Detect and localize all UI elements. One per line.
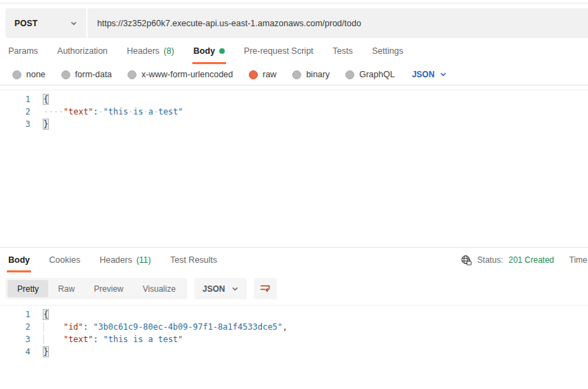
- request-tabs: ParamsAuthorizationHeaders(8)BodyPre-req…: [0, 38, 588, 64]
- body-type-x-www-form-urlencoded[interactable]: x-www-form-urlencoded: [128, 70, 233, 79]
- response-view-switcher: PrettyRawPreviewVisualize: [6, 278, 187, 299]
- token-brace: }: [43, 119, 48, 129]
- network-globe-lock-icon: [460, 255, 472, 266]
- token-brace: }: [43, 347, 48, 357]
- view-visualize[interactable]: Visualize: [133, 280, 185, 297]
- tab-label: Test Results: [170, 255, 217, 265]
- url-input[interactable]: https://3z352p60k7.execute-api.us-east-1…: [88, 8, 588, 38]
- token-punc: :: [83, 322, 93, 332]
- status-value: 201 Created: [509, 255, 554, 265]
- response-language-select[interactable]: JSON: [194, 278, 247, 299]
- tab-settings[interactable]: Settings: [371, 38, 405, 64]
- code-line: 1{: [0, 308, 588, 321]
- token-ws: ····: [43, 107, 63, 117]
- status-label: Status:: [477, 255, 503, 265]
- response-header: BodyCookiesHeaders(11)Test Results Statu…: [0, 248, 588, 272]
- token-key: "id": [63, 322, 83, 332]
- line-number: 1: [0, 308, 30, 321]
- radio-label: binary: [306, 70, 330, 79]
- method-url-bar: POST https://3z352p60k7.execute-api.us-e…: [6, 8, 588, 38]
- code-line: 2····"text":·"this·is·a·test": [0, 106, 588, 118]
- tab-authorization[interactable]: Authorization: [56, 38, 109, 64]
- token-ws: ·: [99, 107, 103, 117]
- wrap-lines-button[interactable]: [254, 278, 277, 299]
- tab-label: Params: [8, 46, 38, 56]
- token-brace: {: [43, 310, 48, 319]
- token-ws: [43, 322, 63, 332]
- line-number: 4: [0, 346, 30, 358]
- line-number: 2: [0, 321, 30, 333]
- radio-icon: [249, 70, 258, 79]
- body-type-raw[interactable]: raw: [249, 70, 276, 79]
- radio-label: x-www-form-urlencoded: [141, 70, 233, 79]
- token-key: "text": [63, 107, 93, 117]
- view-pretty[interactable]: Pretty: [8, 280, 48, 297]
- tab-pre-request-script[interactable]: Pre-request Script: [243, 38, 315, 64]
- method-label: POST: [14, 19, 37, 28]
- token-str: "this is a test": [103, 335, 183, 344]
- radio-label: raw: [263, 70, 276, 79]
- method-select[interactable]: POST: [6, 8, 86, 38]
- tab-body[interactable]: Body: [192, 38, 226, 64]
- line-number: 2: [0, 106, 30, 118]
- token-str: "3b0c61c9-80ec-4b09-97f1-8a1f4533dce5": [93, 322, 283, 332]
- url-value: https://3z352p60k7.execute-api.us-east-1…: [97, 19, 361, 28]
- response-tab-headers[interactable]: Headers(11): [98, 248, 152, 272]
- line-number: 1: [0, 93, 30, 106]
- token-str: "this·is·a·test": [103, 107, 183, 117]
- radio-label: GraphQL: [359, 70, 394, 79]
- response-body-editor: 1{2 "id": "3b0c61c9-80ec-4b09-97f1-8a1f4…: [0, 305, 588, 358]
- token-ws: [43, 335, 63, 344]
- response-tabs: BodyCookiesHeaders(11)Test Results: [7, 248, 235, 272]
- tab-label: Authorization: [57, 46, 108, 56]
- response-toolbar: PrettyRawPreviewVisualize JSON: [6, 278, 588, 299]
- radio-icon: [12, 70, 21, 79]
- radio-icon: [292, 70, 301, 79]
- body-type-row: noneform-datax-www-form-urlencodedrawbin…: [0, 64, 588, 85]
- green-dot-icon: [219, 48, 225, 54]
- body-type-none[interactable]: none: [12, 70, 45, 79]
- tab-label: Body: [8, 255, 30, 265]
- tab-label: Tests: [333, 46, 353, 56]
- radio-icon: [128, 70, 136, 79]
- tab-count: (11): [136, 255, 151, 265]
- token-key: "text": [63, 335, 93, 344]
- code-line: 1{: [0, 93, 588, 106]
- body-type-graphql[interactable]: GraphQL: [345, 70, 394, 79]
- code-line: 4}: [0, 346, 588, 358]
- radio-icon: [345, 70, 354, 79]
- response-tab-body[interactable]: Body: [7, 248, 31, 272]
- response-tab-cookies[interactable]: Cookies: [48, 248, 81, 272]
- token-brace: {: [43, 94, 48, 104]
- response-language-label: JSON: [203, 284, 225, 294]
- chevron-down-icon: [70, 20, 77, 27]
- tab-headers[interactable]: Headers(8): [125, 38, 176, 64]
- tab-label: Body: [194, 46, 215, 56]
- code-line: 3 "text": "this is a test": [0, 333, 588, 346]
- raw-language-label: JSON: [412, 70, 435, 79]
- request-body-editor[interactable]: 1{2····"text":·"this·is·a·test"3}: [0, 90, 588, 247]
- raw-language-select[interactable]: JSON: [412, 70, 447, 79]
- chevron-down-icon: [232, 286, 239, 292]
- body-type-form-data[interactable]: form-data: [61, 70, 112, 79]
- body-type-binary[interactable]: binary: [292, 70, 330, 79]
- tab-label: Cookies: [49, 255, 80, 265]
- code-line: 3}: [0, 118, 588, 130]
- view-raw[interactable]: Raw: [48, 280, 84, 297]
- line-number: 3: [0, 118, 30, 130]
- response-meta: Status: 201 Created Time: [460, 248, 588, 272]
- tab-label: Settings: [372, 46, 403, 56]
- top-divider: [0, 3, 588, 3]
- tab-params[interactable]: Params: [7, 38, 39, 64]
- tab-count: (8): [163, 46, 174, 56]
- tab-label: Pre-request Script: [244, 46, 314, 56]
- tab-label: Headers: [99, 255, 132, 265]
- wrap-lines-icon: [259, 283, 271, 295]
- tab-tests[interactable]: Tests: [332, 38, 354, 64]
- response-tab-test-results[interactable]: Test Results: [169, 248, 219, 272]
- token-punc: ,: [283, 322, 287, 332]
- request-section-divider: [0, 85, 588, 86]
- radio-icon: [61, 70, 70, 79]
- view-preview[interactable]: Preview: [84, 280, 133, 297]
- token-punc: :: [93, 107, 98, 117]
